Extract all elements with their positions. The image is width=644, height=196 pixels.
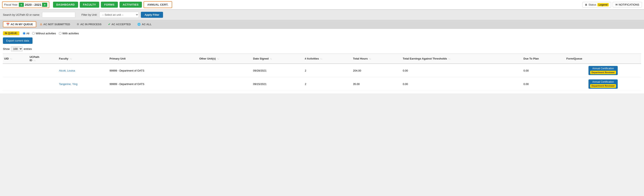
sort-uid-icon: ↑↓ <box>10 58 12 60</box>
status-block: 🖥 Status Legend <box>582 2 611 8</box>
fiscal-year-value: 2020 - 2021 <box>25 3 41 6</box>
sort-faculty-icon: ↑↓ <box>70 58 72 60</box>
tab-ac-in-my-queue-label: AC IN MY QUEUE <box>10 23 33 26</box>
td-other-units-1 <box>198 77 252 91</box>
globe-icon: 🌐 <box>137 23 141 26</box>
nav-activities[interactable]: ACTIVITIES <box>120 2 142 8</box>
td-total-earnings-0: 0.00 <box>402 64 522 77</box>
td-form-queue-0: Annual Certification Department Reviewer <box>565 64 641 77</box>
td-total-hours-0: 204.00 <box>352 64 402 77</box>
table-header-row: UID ↑↓ UCPathID ↑↓ Faculty ↑↓ Primary Un… <box>3 54 641 64</box>
nav-annual-cert[interactable]: ANNUAL CERT. <box>144 1 172 8</box>
form-queue-badge-0: Annual Certification Department Reviewer <box>588 66 618 75</box>
filter-unit-label: Filter by Unit: <box>82 13 97 16</box>
nav-faculty[interactable]: FACULTY <box>80 2 99 8</box>
form-queue-top-1: Annual Certification <box>592 80 614 83</box>
email-icon: ✉ <box>616 3 618 6</box>
apply-filter-button[interactable]: Apply Filter <box>141 12 163 18</box>
tab-ac-in-my-queue[interactable]: 📅 AC IN MY QUEUE <box>3 21 36 27</box>
th-due-to-plan[interactable]: Due To Plan <box>522 54 565 64</box>
nav-forms[interactable]: FORMS <box>101 2 118 8</box>
fiscal-year-label: Fiscal Year: <box>4 3 18 6</box>
th-total-earnings-label: Total Earnings Against Thresholds <box>403 57 447 60</box>
in-queue-badge: IN QUEUE: <box>3 31 20 35</box>
radio-with-activities[interactable]: With activities <box>59 32 79 35</box>
td-primary-unit-1: 99999 - Department of OATS <box>108 77 198 91</box>
th-form-queue[interactable]: Form/Queue <box>565 54 641 64</box>
nav-dashboard[interactable]: DASHBOARD <box>53 2 78 8</box>
tab-bar: 📅 AC IN MY QUEUE ⚠ AC NOT SUBMITTED ⚙ AC… <box>0 20 644 29</box>
search-label: Search by UCPath ID or name: <box>3 13 40 16</box>
radio-without-activities[interactable]: Without activities <box>32 32 56 35</box>
tab-ac-all-label: AC ALL <box>142 23 152 26</box>
fiscal-year-next-btn[interactable]: > <box>42 3 47 7</box>
th-date-signed-label: Date Signed <box>253 57 269 60</box>
legend-badge[interactable]: Legend <box>598 3 609 6</box>
sort-ucpath-icon: ↑↓ <box>34 59 36 62</box>
th-primary-unit[interactable]: Primary Unit <box>108 54 198 64</box>
fiscal-year-prev-btn[interactable]: < <box>19 3 24 7</box>
faculty-link-1[interactable]: Tangerine, Ying <box>59 82 78 86</box>
th-total-hours[interactable]: Total Hours ↑↓ <box>352 54 402 64</box>
form-queue-top-0: Annual Certification <box>592 67 614 70</box>
sort-other-units-icon: ↑↓ <box>217 58 219 60</box>
table-row: Tangerine, Ying 99999 - Department of OA… <box>3 77 641 91</box>
radio-all[interactable]: All <box>23 32 29 35</box>
radio-group: All Without activities With activities <box>23 32 79 35</box>
th-date-signed[interactable]: Date Signed ↑↓ <box>252 54 304 64</box>
data-table: UID ↑↓ UCPathID ↑↓ Faculty ↑↓ Primary Un… <box>3 53 641 91</box>
th-faculty[interactable]: Faculty ↑↓ <box>58 54 108 64</box>
filter-unit-select[interactable]: -- Select an unit -- <box>100 12 139 18</box>
checkmark-icon: ✔ <box>108 23 110 26</box>
tab-ac-not-submitted[interactable]: ⚠ AC NOT SUBMITTED <box>37 21 73 27</box>
th-num-activities-label: # Activities <box>305 57 319 60</box>
notifications-button[interactable]: ✉ NOTIFICATIONS <box>613 2 642 7</box>
gear-icon: ⚙ <box>77 23 79 26</box>
td-faculty-1[interactable]: Tangerine, Ying <box>58 77 108 91</box>
filter-bar: Search by UCPath ID or name: Filter by U… <box>0 10 644 20</box>
sort-total-earnings-icon: ↑↓ <box>448 58 450 60</box>
radio-without-activities-input[interactable] <box>32 32 35 35</box>
warning-icon: ⚠ <box>40 23 42 26</box>
th-uid-label: UID <box>4 57 9 60</box>
radio-all-input[interactable] <box>23 32 26 35</box>
form-queue-badge-1: Annual Certification Department Reviewer <box>588 79 618 88</box>
td-ucpath-0 <box>28 64 58 77</box>
faculty-link-0[interactable]: Alcott, Louisa <box>59 69 75 72</box>
fiscal-year-block: Fiscal Year: < 2020 - 2021 > <box>2 1 49 8</box>
table-row: Alcott, Louisa 99999 - Department of OAT… <box>3 64 641 77</box>
th-other-units-label: Other Unit(s) <box>199 57 216 60</box>
td-num-activities-1: 2 <box>304 77 352 91</box>
calendar-icon: 📅 <box>6 23 10 26</box>
entries-label: entries <box>24 47 32 50</box>
radio-with-activities-input[interactable] <box>59 32 62 35</box>
sort-date-signed-icon: ↑↓ <box>270 58 272 60</box>
tab-ac-accepted[interactable]: ✔ AC ACCEPTED <box>105 21 134 27</box>
tab-ac-not-submitted-label: AC NOT SUBMITTED <box>43 23 70 26</box>
top-nav: Fiscal Year: < 2020 - 2021 > DASHBOARD F… <box>0 0 644 10</box>
td-due-to-plan-0: 0.00 <box>522 64 565 77</box>
th-ucpath-id[interactable]: UCPathID ↑↓ <box>28 54 58 64</box>
sort-num-activities-icon: ↑↓ <box>320 58 322 60</box>
search-input[interactable] <box>42 12 75 17</box>
radio-with-activities-label: With activities <box>62 32 79 35</box>
radio-all-label: All <box>26 32 29 35</box>
entries-count-select[interactable]: 10 25 50 100 <box>11 46 22 51</box>
tab-ac-in-process[interactable]: ⚙ AC IN PROCESS <box>74 21 104 27</box>
td-num-activities-0: 2 <box>304 64 352 77</box>
th-other-units[interactable]: Other Unit(s) ↑↓ <box>198 54 252 64</box>
main-content: IN QUEUE: All Without activities With ac… <box>0 29 644 93</box>
td-total-earnings-1: 0.00 <box>402 77 522 91</box>
export-current-data-button[interactable]: Export current data <box>3 37 32 44</box>
td-faculty-0[interactable]: Alcott, Louisa <box>58 64 108 77</box>
th-uid[interactable]: UID ↑↓ <box>3 54 28 64</box>
th-total-earnings[interactable]: Total Earnings Against Thresholds ↑↓ <box>402 54 522 64</box>
td-date-signed-1: 09/15/2021 <box>252 77 304 91</box>
td-due-to-plan-1: 0.00 <box>522 77 565 91</box>
tab-ac-all[interactable]: 🌐 AC ALL <box>134 21 154 27</box>
th-faculty-label: Faculty <box>59 57 68 60</box>
queue-filter-row: IN QUEUE: All Without activities With ac… <box>3 31 641 35</box>
th-num-activities[interactable]: # Activities ↑↓ <box>304 54 352 64</box>
radio-without-activities-label: Without activities <box>36 32 56 35</box>
notifications-label: NOTIFICATIONS <box>619 3 639 6</box>
